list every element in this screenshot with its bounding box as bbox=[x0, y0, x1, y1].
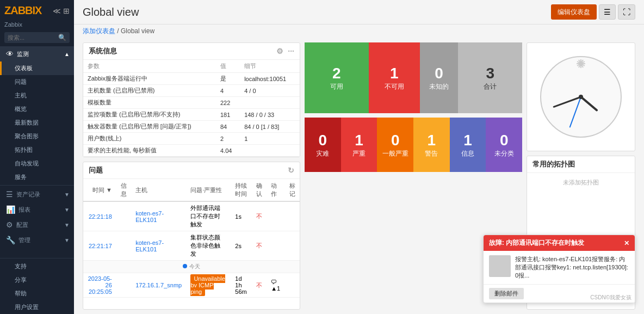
left-panel: 系统信息 ⚙ ··· 参数 值 细节 bbox=[83, 42, 300, 310]
problem-time: 22:21:18 bbox=[83, 201, 116, 231]
expand-icon[interactable]: ⊞ bbox=[63, 7, 70, 15]
topology-widget-header: 常用的拓扑图 bbox=[527, 156, 635, 173]
sidebar-item-help[interactable]: 帮助 bbox=[0, 287, 74, 300]
sidebar-item-discovery[interactable]: 自动发现 bbox=[0, 157, 74, 170]
status-cell-unknown: 0 未知的 bbox=[420, 42, 459, 113]
status-cell-total: 3 合计 bbox=[458, 42, 522, 113]
clock-center bbox=[579, 95, 583, 99]
sysinfo-table: 参数 值 细节 Zabbix服务器端运行中 是 localhost:10051 … bbox=[83, 60, 300, 157]
problem-host[interactable]: koten-es7-ELK101 bbox=[131, 231, 186, 261]
status-cell-warning: 1 警告 bbox=[413, 118, 450, 172]
sysinfo-detail: 84 / 0 [1 / 83] bbox=[240, 121, 300, 133]
table-row: 监控项数量 (已启用/已禁用/不支持) 181 148 / 0 / 33 bbox=[83, 109, 300, 121]
unclassified-num: 0 bbox=[500, 132, 509, 149]
medium-lbl: 一般严重 bbox=[382, 149, 408, 158]
refresh-icon[interactable]: ↻ bbox=[288, 166, 294, 175]
chevron-down-icon-config: ▼ bbox=[64, 222, 70, 228]
sysinfo-val: 222 bbox=[216, 97, 240, 109]
problem-duration: 1d 1h 56m bbox=[231, 273, 251, 298]
table-row: 触发器数量 (已启用/已禁用 [问题/正常]) 84 84 / 0 [1 / 8… bbox=[83, 121, 300, 133]
watermark: CSDN©我爱女孩 bbox=[587, 293, 635, 303]
gear-icon[interactable]: ⚙ bbox=[276, 47, 283, 56]
problems-widget: 问题 ↻ 时间 ▼ 信息 主机 问题·严重性 持续时间 bbox=[83, 162, 300, 310]
notification-close-icon[interactable]: ✕ bbox=[624, 239, 629, 247]
sysinfo-detail bbox=[240, 145, 300, 157]
unknown-lbl: 未知的 bbox=[429, 82, 449, 91]
assets-label: 资产记录 bbox=[16, 190, 40, 199]
sidebar-item-aggregate[interactable]: 聚合图形 bbox=[0, 130, 74, 143]
problem-info bbox=[116, 231, 131, 261]
sidebar-item-monitoring[interactable]: 👁 监测 ▲ bbox=[0, 46, 74, 61]
edit-dashboard-button[interactable]: 编辑仪表盘 bbox=[551, 4, 597, 20]
fullscreen-button[interactable]: ⛶ bbox=[618, 4, 635, 20]
sidebar-logo: ZABBIX bbox=[4, 4, 41, 17]
admin-label: 管理 bbox=[18, 236, 30, 244]
breadcrumb-separator: / bbox=[117, 27, 121, 35]
status-cell-available: 2 可用 bbox=[305, 42, 369, 113]
chevron-up-icon: ▲ bbox=[64, 51, 70, 57]
status-cell-disaster: 0 灾难 bbox=[305, 118, 341, 172]
disaster-lbl: 灾难 bbox=[316, 149, 329, 158]
medium-num: 0 bbox=[391, 132, 400, 149]
sidebar-item-assets[interactable]: ☰ 资产记录 ▼ bbox=[0, 187, 74, 202]
sysinfo-col-param: 参数 bbox=[83, 60, 216, 73]
delete-email-button[interactable]: 删除邮件 bbox=[489, 288, 524, 299]
sysinfo-param: 主机数量 (已启用/已禁用) bbox=[83, 85, 216, 97]
list-view-button[interactable]: ☰ bbox=[599, 4, 616, 20]
monitoring-icon: 👁 bbox=[6, 50, 14, 58]
problems-col-problem: 问题·严重性 bbox=[186, 179, 231, 201]
sidebar-item-services[interactable]: 服务 bbox=[0, 170, 74, 184]
problem-ack[interactable]: 不 bbox=[252, 231, 267, 261]
sysinfo-col-detail: 细节 bbox=[240, 60, 300, 73]
problem-host[interactable]: 172.16.1.7_snmp bbox=[131, 273, 186, 298]
sidebar-item-topology[interactable]: 拓扑图 bbox=[0, 143, 74, 157]
sidebar-item-problems[interactable]: 问题 bbox=[0, 75, 74, 89]
sidebar-item-hosts[interactable]: 主机 bbox=[0, 89, 74, 102]
sidebar-item-config[interactable]: ⚙ 配置 ▼ bbox=[0, 217, 74, 232]
problem-host[interactable]: koten-es7-ELK101 bbox=[131, 201, 186, 231]
sysinfo-detail: 148 / 0 / 33 bbox=[240, 109, 300, 121]
problems-widget-icons: ↻ bbox=[288, 166, 294, 175]
sysinfo-val: 181 bbox=[216, 109, 240, 121]
table-row: 模板数量 222 bbox=[83, 97, 300, 109]
topology-empty: 未添加拓扑图 bbox=[527, 173, 635, 192]
problem-ack[interactable]: 不 bbox=[252, 273, 267, 298]
sidebar-item-user-settings[interactable]: 用户设置 bbox=[0, 300, 74, 314]
sidebar-item-reports[interactable]: 📊 报表 ▼ bbox=[0, 202, 74, 217]
sysinfo-param: Zabbix服务器端运行中 bbox=[83, 73, 216, 85]
sidebar-item-overview[interactable]: 概览 bbox=[0, 102, 74, 116]
monitoring-label: 监测 bbox=[17, 50, 29, 58]
today-separator: 今天 bbox=[83, 261, 300, 273]
problems-col-time[interactable]: 时间 ▼ bbox=[83, 179, 116, 201]
status-cell-severe: 1 严重 bbox=[341, 118, 377, 172]
sidebar-item-support[interactable]: 支持 bbox=[0, 260, 74, 273]
problem-time: 22:21:17 bbox=[83, 231, 116, 261]
notification-text: 报警主机: koten-es7-ELK101报警服务: 内部通讯接口报警key1… bbox=[515, 255, 629, 280]
total-num: 3 bbox=[486, 65, 494, 82]
sidebar-item-admin[interactable]: 🔧 管理 ▼ bbox=[0, 232, 74, 248]
problems-col-duration: 持续时间 bbox=[231, 179, 251, 201]
severe-lbl: 严重 bbox=[352, 149, 366, 158]
problem-ack[interactable]: 不 bbox=[252, 201, 267, 231]
breadcrumb-parent[interactable]: 添加仪表盘 bbox=[83, 27, 115, 35]
sidebar-item-share[interactable]: 分享 bbox=[0, 273, 74, 287]
collapse-icon[interactable]: ≪ bbox=[53, 7, 61, 15]
clock-face bbox=[540, 56, 622, 138]
page-title: Global view bbox=[83, 6, 139, 19]
problems-widget-header: 问题 ↻ bbox=[83, 162, 300, 179]
table-row: 2023-05-26 20:25:05 172.16.1.7_snmp Unav… bbox=[83, 273, 300, 298]
problem-info bbox=[116, 201, 131, 231]
sidebar-item-dashboard[interactable]: 仪表板 bbox=[0, 61, 74, 75]
notification-popup: 故障: 内部通讯端口不存在时触发 ✕ 报警主机: koten-es7-ELK10… bbox=[483, 235, 635, 303]
problem-action: 🗩 ▲1 bbox=[267, 273, 284, 298]
sysinfo-detail: localhost:10051 bbox=[240, 73, 300, 85]
problems-table: 时间 ▼ 信息 主机 问题·严重性 持续时间 确认 动作 标记 bbox=[83, 179, 300, 298]
severe-num: 1 bbox=[355, 132, 363, 149]
sysinfo-widget-header: 系统信息 ⚙ ··· bbox=[83, 43, 300, 60]
sidebar-item-latest-data[interactable]: 最新数据 bbox=[0, 116, 74, 130]
dots-icon[interactable]: ··· bbox=[288, 47, 294, 56]
total-lbl: 合计 bbox=[484, 82, 497, 91]
clock-widget bbox=[527, 42, 635, 151]
info-lbl: 信息 bbox=[461, 149, 474, 158]
problems-col-tag: 标记 bbox=[285, 179, 300, 201]
